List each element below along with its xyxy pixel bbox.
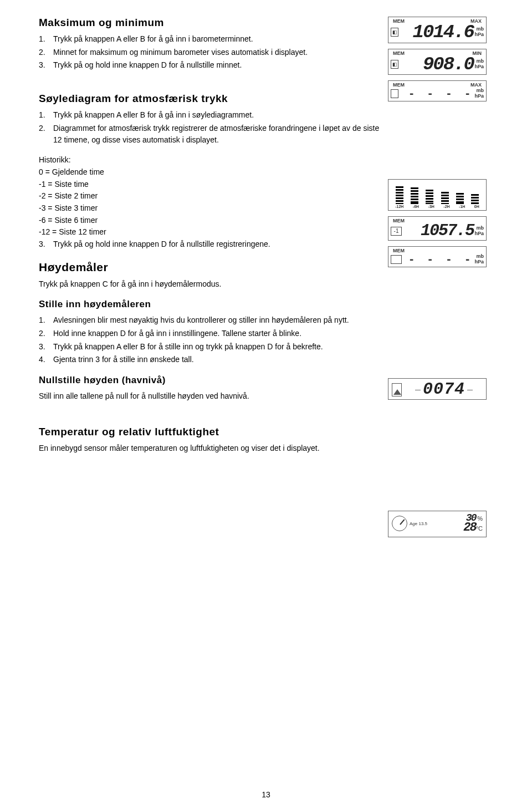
list-text: Minnet for maksimum og minimum barometer… xyxy=(53,48,308,57)
bar xyxy=(441,192,449,204)
list-text: Trykk på og hold inne knappen D for å nu… xyxy=(53,240,270,248)
lcd-value-dashes: - - - - xyxy=(401,88,474,99)
lcd-value: 908.0 xyxy=(401,56,474,73)
unit-hpa: hPa xyxy=(474,259,484,264)
heading-bar-diagram: Søylediagram for atmosfærisk trykk xyxy=(39,93,382,105)
lcd-value: 1057.5 xyxy=(404,223,474,238)
bar xyxy=(396,186,403,204)
bar xyxy=(426,190,433,204)
list-item: 1.Trykk på knappen A eller B for å gå in… xyxy=(39,33,382,45)
list-item: 1.Avlesningen blir mest nøyaktig hvis du… xyxy=(39,314,382,327)
heading-altimeter: Høydemåler xyxy=(39,261,382,274)
page-number: 13 xyxy=(0,790,532,799)
bar-label: -3H xyxy=(428,205,434,208)
unit-mb: mb xyxy=(477,26,484,32)
unit-hpa: hPa xyxy=(474,93,484,99)
bar-label: -6H xyxy=(413,205,419,208)
lcd-mem-empty: MEM - - - - mbhPa xyxy=(388,246,487,267)
list-bar-diagram-3: 3.Trykk på og hold inne knappen D for å … xyxy=(39,238,382,251)
list-number: 2. xyxy=(39,328,45,340)
unit-hpa: hPa xyxy=(474,64,484,69)
list-number: 1. xyxy=(39,109,45,121)
list-max-min: 1.Trykk på knappen A eller B for å gå in… xyxy=(39,33,382,72)
temp-humidity-text: En innebygd sensor måler temperaturen og… xyxy=(39,442,382,455)
temp-unit: °C xyxy=(476,525,483,532)
lcd-mem-max-empty: MEMMAX - - - - mbhPa xyxy=(388,80,487,101)
lcd-label-max: MAX xyxy=(470,82,482,88)
list-text: Trykk på knappen A eller B for å stille … xyxy=(53,342,323,351)
list-item: 3.Trykk på og hold inne knappen D for å … xyxy=(39,238,382,251)
bar xyxy=(456,193,464,204)
list-text: Hold inne knappen D for å gå inn i innst… xyxy=(53,329,301,338)
list-number: 4. xyxy=(39,354,45,366)
lcd-label-mem: MEM xyxy=(393,248,405,253)
lcd-altitude-value: 0074 xyxy=(423,382,465,397)
bar-label: -12H xyxy=(395,205,403,208)
list-set-altimeter: 1.Avlesningen blir mest nøyaktig hvis du… xyxy=(39,314,382,366)
bar xyxy=(471,194,479,204)
bar xyxy=(411,187,418,204)
unit-mb: mb xyxy=(477,225,484,231)
list-item: 2.Minnet for maksimum og minimum baromet… xyxy=(39,47,382,59)
history-index-box: -1 xyxy=(391,227,402,236)
history-line: -3 = Siste 3 timer xyxy=(39,202,382,215)
age-label: Age xyxy=(410,521,417,526)
unit-mb: mb xyxy=(477,88,484,93)
history-line: -6 = Siste 6 timer xyxy=(39,215,382,227)
lcd-bar-chart: -12H -6H -3H -2H -1H 0H xyxy=(388,179,487,211)
heading-set-altimeter: Stille inn høydemåleren xyxy=(39,299,382,310)
history-line: -1 = Siste time xyxy=(39,179,382,191)
list-text: Gjenta trinn 3 for å stille inn ønskede … xyxy=(53,355,194,364)
list-item: 3.Trykk på og hold inne knappen D for å … xyxy=(39,59,382,72)
humidity-unit: % xyxy=(477,515,483,522)
lcd-label-mem: MEM xyxy=(393,18,405,24)
lcd-label-mem: MEM xyxy=(393,50,405,56)
history-line: -12 = Siste 12 timer xyxy=(39,226,382,238)
list-number: 3. xyxy=(39,59,45,72)
unit-mb: mb xyxy=(477,58,484,64)
history-title: Historikk: xyxy=(39,154,382,166)
temp-value: 28 xyxy=(463,521,475,535)
list-item: 1.Trykk på knappen A eller B for å gå in… xyxy=(39,109,382,121)
list-bar-diagram: 1.Trykk på knappen A eller B for å gå in… xyxy=(39,109,382,146)
barometer-icon: ◧ xyxy=(391,28,398,37)
list-number: 2. xyxy=(39,123,45,135)
list-text: Trykk på knappen A eller B for å gå inn … xyxy=(53,110,254,119)
lcd-mem-history: MEM -1 1057.5 mbhPa xyxy=(388,216,487,241)
list-number: 3. xyxy=(39,238,45,251)
lcd-mem-max: MEMMAX ◧ 1014.6 mbhPa xyxy=(388,17,487,43)
heading-temp-humidity: Temperatur og relativ luftfuktighet xyxy=(39,426,382,438)
lcd-label-mem: MEM xyxy=(393,82,405,88)
barometer-icon: ◧ xyxy=(391,60,398,69)
list-number: 1. xyxy=(39,33,45,45)
list-number: 3. xyxy=(39,341,45,353)
unit-hpa: hPa xyxy=(474,32,484,37)
history-index-box xyxy=(391,255,402,264)
history-line: 0 = Gjeldende time xyxy=(39,166,382,179)
bar-label: -1H xyxy=(459,205,465,208)
barometer-icon xyxy=(391,89,398,98)
lcd-temp-humidity: Age 13.5 30 % 28°C xyxy=(388,511,487,537)
dash-icon: — xyxy=(467,386,473,393)
lcd-value: 1014.6 xyxy=(401,24,474,41)
altimeter-intro: Trykk på knappen C for å gå inn i høydem… xyxy=(39,278,382,291)
bar-label: 0H xyxy=(474,205,479,208)
history-line: -2 = Siste 2 timer xyxy=(39,190,382,202)
lcd-label-mem: MEM xyxy=(393,218,405,223)
heading-max-min: Maksimum og minimum xyxy=(39,17,382,29)
gauge-icon xyxy=(392,516,407,531)
list-item: 4.Gjenta trinn 3 for å stille inn ønsked… xyxy=(39,354,382,366)
unit-hpa: hPa xyxy=(474,231,484,236)
unit-mb: mb xyxy=(477,253,484,259)
list-number: 1. xyxy=(39,314,45,327)
age-value: 13.5 xyxy=(418,521,427,526)
history-block: Historikk: 0 = Gjeldende time -1 = Siste… xyxy=(39,154,382,238)
list-item: 2.Diagrammet for atmosfærisk trykk regis… xyxy=(39,123,382,146)
lcd-value-dashes: - - - - xyxy=(404,253,474,265)
lcd-mem-min: MEMMIN ◧ 908.0 mbhPa xyxy=(388,49,487,75)
list-text: Diagrammet for atmosfærisk trykk registr… xyxy=(53,124,379,145)
list-item: 3. Trykk på knappen A eller B for å stil… xyxy=(39,341,382,353)
list-text: Avlesningen blir mest nøyaktig hvis du k… xyxy=(53,316,349,324)
mountain-icon xyxy=(392,383,402,396)
list-item: 2.Hold inne knappen D for å gå inn i inn… xyxy=(39,328,382,340)
